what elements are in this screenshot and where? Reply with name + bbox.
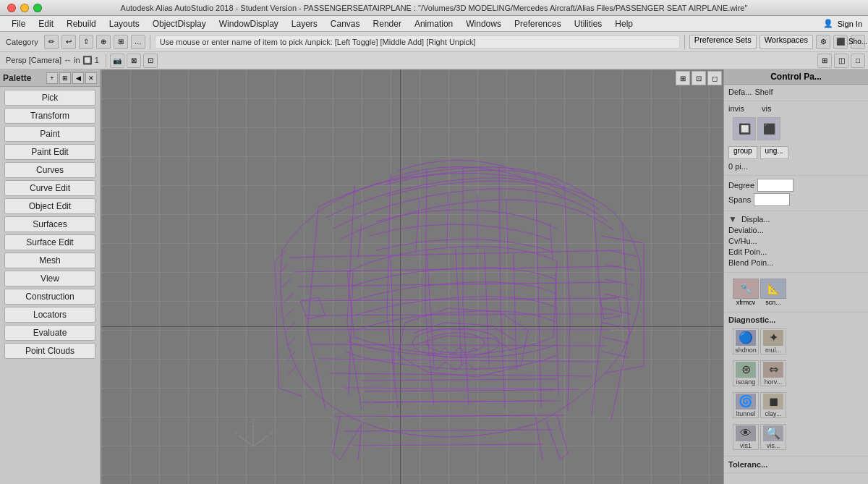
display-collapse-icon[interactable]: ▼ [728, 214, 737, 224]
minimize-button[interactable] [20, 4, 29, 12]
close-button[interactable] [7, 4, 16, 12]
palette-item-locators[interactable]: Locators [4, 307, 95, 323]
palette-item-surface-edit[interactable]: Surface Edit [4, 234, 95, 250]
group-button[interactable]: group [728, 146, 757, 159]
toolbar-icon-2[interactable]: ↩ [61, 35, 76, 49]
menu-edit[interactable]: Edit [33, 17, 59, 30]
mul-icon[interactable]: ✦ mul... [760, 328, 786, 354]
menu-preferences[interactable]: Preferences [509, 17, 567, 30]
vis2-icon[interactable]: 🔍 vis... [760, 424, 786, 450]
view-icon-1[interactable]: ⊠ [127, 54, 141, 68]
palette-grid-icon[interactable]: ⊞ [59, 72, 71, 84]
title-bar: Autodesk Alias AutoStudio 2018 - Student… [0, 0, 868, 16]
menu-layouts[interactable]: Layouts [103, 17, 145, 30]
shelf-icon-1[interactable]: 🔲 [733, 117, 756, 140]
palette-add-icon[interactable]: + [46, 72, 58, 84]
vis1-icon[interactable]: 👁 vis1 [733, 424, 759, 450]
vp-control-3[interactable]: ◻ [707, 71, 722, 85]
signin-button[interactable]: Sign In [838, 20, 862, 28]
toolbar-icon-7[interactable]: ⚙ [816, 35, 830, 49]
palette-item-point-clouds[interactable]: Point Clouds [4, 343, 95, 359]
toolbar-icon-show[interactable]: Sho... [851, 35, 865, 49]
isoang-icon[interactable]: ⊛ isoang [733, 360, 759, 386]
palette-item-curves[interactable]: Curves [4, 162, 95, 178]
toolbar-icon-5[interactable]: ⊞ [114, 35, 128, 49]
palette-item-pick[interactable]: Pick [4, 90, 95, 106]
spans-label: Spans [728, 195, 751, 204]
shdnon-icon[interactable]: 🔵 shdnon [733, 328, 759, 354]
scn-icon[interactable]: 📐 scn... [760, 279, 786, 306]
clay-icon[interactable]: ◼ clay... [760, 392, 786, 418]
menu-animation[interactable]: Animation [409, 17, 459, 30]
panel-display-section: ▼ Displa... Deviatio... Cv/Hu... Edit Po… [724, 211, 868, 273]
grid-icon[interactable]: ⊞ [817, 54, 832, 68]
vp-control-2[interactable]: ⊡ [692, 71, 706, 85]
display-icon-1[interactable]: ◫ [834, 54, 848, 68]
menu-rebuild[interactable]: Rebuild [61, 17, 102, 30]
toolbar-icon-3[interactable]: ⇧ [79, 35, 93, 49]
ltunnel-icon[interactable]: 🌀 ltunnel [733, 392, 759, 418]
shelf-icon-2[interactable]: ⬛ [757, 117, 780, 140]
menu-help[interactable]: Help [609, 17, 639, 30]
palette-item-paint[interactable]: Paint [4, 126, 95, 142]
toolbar-icon-1[interactable]: ✏ [44, 35, 59, 49]
workspaces-button[interactable]: Workspaces [760, 35, 813, 49]
vis1-label: vis1 [740, 442, 752, 449]
control-panel-title: Control Pa... [724, 69, 868, 85]
ung-button[interactable]: ung... [760, 146, 788, 159]
spans-input[interactable] [754, 193, 790, 206]
palette-header: Palette + ⊞ ◀ ✕ [0, 69, 100, 87]
diagnostics-label: Diagnostic... [728, 315, 775, 324]
horv-icon[interactable]: ⇔ horv... [760, 360, 786, 386]
xfrmcv-row: 🔧 xfrmcv 📐 scn... [728, 276, 864, 309]
right-panel: Control Pa... Defa... Shelf invis vis 🔲 … [723, 69, 868, 484]
diagnostics-row4: 👁 vis1 🔍 vis... [728, 421, 864, 453]
palette-item-evaluate[interactable]: Evaluate [4, 325, 95, 341]
menu-utilities[interactable]: Utilities [569, 17, 608, 30]
camera-icon[interactable]: 📷 [110, 54, 124, 68]
menu-file[interactable]: File [6, 17, 31, 30]
svg-text:X: X [269, 429, 273, 436]
user-icon: 👤 [823, 19, 833, 28]
menu-layers[interactable]: Layers [286, 17, 323, 30]
palette-item-view[interactable]: View [4, 271, 95, 286]
maximize-button[interactable] [33, 4, 42, 12]
menu-render[interactable]: Render [367, 17, 407, 30]
palette-item-mesh[interactable]: Mesh [4, 252, 95, 268]
palette-left-icon[interactable]: ◀ [72, 72, 84, 84]
diagnostics-row3: 🌀 ltunnel ◼ clay... [728, 389, 864, 421]
vp-control-1[interactable]: ⊞ [676, 71, 690, 85]
diagnostics-row2: ⊛ isoang ⇔ horv... [728, 357, 864, 389]
toolbar-icon-4[interactable]: ⊕ [96, 35, 111, 49]
menu-objectdisplay[interactable]: ObjectDisplay [147, 17, 212, 30]
toolbar-icon-8[interactable]: ⬛ [833, 35, 848, 49]
palette-item-paint-edit[interactable]: Paint Edit [4, 144, 95, 160]
display-icon-2[interactable]: □ [851, 54, 865, 68]
blend-point-label: Blend Poin... [728, 258, 786, 267]
palette-item-construction[interactable]: Construction [4, 289, 95, 305]
deviation-label: Deviatio... [728, 226, 786, 234]
xfrmcv-icon[interactable]: 🔧 xfrmcv [733, 279, 759, 306]
svg-text:Y: Y [234, 429, 239, 436]
preference-sets-button[interactable]: Preference Sets [689, 35, 757, 49]
palette-close-icon[interactable]: ✕ [85, 72, 97, 84]
palette-item-surfaces[interactable]: Surfaces [4, 216, 95, 232]
menu-canvas[interactable]: Canvas [325, 17, 366, 30]
toolbar-icon-6[interactable]: … [131, 35, 145, 49]
xfrmcv-label: xfrmcv [736, 299, 756, 306]
isoang-label: isoang [736, 378, 756, 386]
view-icon-2[interactable]: ⊡ [143, 54, 158, 68]
palette-title: Palette [3, 73, 31, 83]
viewport-controls: ⊞ ⊡ ◻ [674, 69, 723, 87]
palette-item-curve-edit[interactable]: Curve Edit [4, 180, 95, 196]
toolbar2-sep [106, 54, 106, 68]
palette-item-transform[interactable]: Transform [4, 108, 95, 124]
panel-xfrmcv-section: 🔧 xfrmcv 📐 scn... [724, 273, 868, 313]
clay-label: clay... [765, 410, 782, 417]
palette-item-object-edit[interactable]: Object Edit [4, 198, 95, 214]
menu-windowdisplay[interactable]: WindowDisplay [213, 17, 284, 30]
palette: Palette + ⊞ ◀ ✕ Pick Transform Paint Pai… [0, 69, 101, 484]
menu-windows[interactable]: Windows [460, 17, 507, 30]
viewport[interactable]: X Y Z ⊞ ⊡ ◻ [101, 69, 723, 484]
degree-input[interactable] [757, 179, 793, 192]
